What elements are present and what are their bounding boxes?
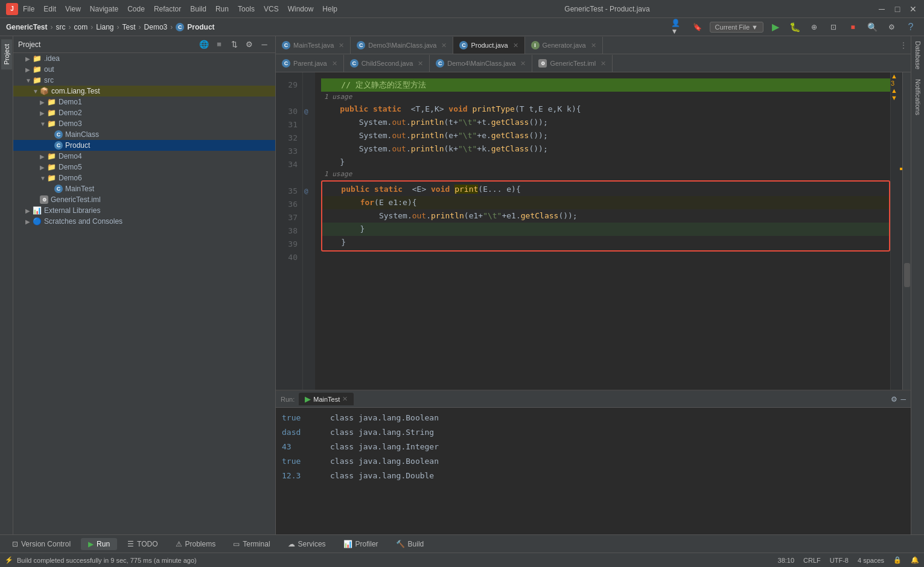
- stop-button[interactable]: ■: [846, 20, 860, 34]
- menu-tools[interactable]: Tools: [238, 5, 255, 13]
- bottom-minimize-icon[interactable]: ─: [900, 395, 906, 404]
- menu-vcs[interactable]: VCS: [264, 5, 279, 13]
- toolbar-tab-services[interactable]: ☁ Services: [281, 538, 333, 550]
- search-icon[interactable]: 🔍: [865, 20, 879, 34]
- git-icon[interactable]: 🔒: [893, 556, 902, 564]
- toolbar-tab-problems[interactable]: ⚠ Problems: [168, 538, 223, 550]
- breadcrumb-demo3[interactable]: Demo3: [144, 23, 168, 31]
- tab-close-generictest-iml[interactable]: ✕: [601, 60, 606, 68]
- tree-item-demo4[interactable]: ▶ 📁 Demo4: [13, 151, 275, 162]
- menu-edit[interactable]: Edit: [43, 5, 56, 13]
- toolbar-tab-terminal[interactable]: ▭ Terminal: [226, 538, 277, 550]
- profile-icon[interactable]: 👤▼: [671, 20, 686, 34]
- menu-code[interactable]: Code: [127, 5, 145, 13]
- tab-close-maintest[interactable]: ✕: [339, 42, 344, 49]
- tab-generictest-iml[interactable]: ⚙ GenericTest.iml ✕: [532, 55, 613, 72]
- breadcrumb-com[interactable]: com: [74, 23, 88, 31]
- debug-button[interactable]: 🐛: [788, 20, 802, 34]
- notification-icon[interactable]: 🔔: [911, 556, 919, 564]
- menu-run[interactable]: Run: [215, 5, 229, 13]
- minimize-button[interactable]: ─: [877, 4, 887, 14]
- toolbar-tab-run[interactable]: ▶ Run: [81, 538, 117, 550]
- tree-item-generictest-iml[interactable]: ⚙ GenericTest.iml: [13, 194, 275, 205]
- code-editor[interactable]: 29 — 30 31 32 33 34 — 35 36 37 38 39 40 …: [276, 72, 911, 390]
- menu-refactor[interactable]: Refactor: [154, 5, 181, 13]
- menu-bar[interactable]: File Edit View Navigate Code Refactor Bu…: [23, 5, 337, 13]
- tab-close-generator[interactable]: ✕: [591, 42, 596, 49]
- project-icon-list[interactable]: ≡: [213, 39, 225, 51]
- tree-item-idea[interactable]: ▶ 📁 .idea: [13, 53, 275, 64]
- window-controls[interactable]: ─ □ ✕: [877, 4, 918, 14]
- file-encoding[interactable]: UTF-8: [830, 557, 849, 564]
- tab-close-childsecond[interactable]: ✕: [418, 60, 423, 68]
- tab-demo3-mainclass[interactable]: C Demo3\MainClass.java ✕: [351, 37, 453, 54]
- project-name[interactable]: GenericTest: [6, 23, 47, 31]
- tree-item-demo3[interactable]: ▼ 📁 Demo3: [13, 118, 275, 129]
- scrollbar-thumb[interactable]: [904, 263, 910, 287]
- bottom-tab-close[interactable]: ✕: [342, 395, 348, 403]
- project-icon-globe[interactable]: 🌐: [198, 39, 210, 51]
- toolbar-tab-todo[interactable]: ☰ TODO: [120, 538, 165, 550]
- profile-run-button[interactable]: ⊡: [826, 20, 841, 34]
- tree-item-demo5[interactable]: ▶ 📁 Demo5: [13, 162, 275, 173]
- menu-window[interactable]: Window: [288, 5, 314, 13]
- toolbar-tab-version-control[interactable]: ⊡ Version Control: [5, 538, 78, 550]
- tab-maintest-java[interactable]: C MainTest.java ✕: [276, 37, 351, 54]
- tab-close-product[interactable]: ✕: [513, 42, 518, 49]
- arrow-demo3: ▼: [40, 121, 47, 127]
- tree-item-src[interactable]: ▼ 📁 src: [13, 75, 275, 86]
- menu-build[interactable]: Build: [190, 5, 206, 13]
- tree-item-demo2[interactable]: ▶ 📁 Demo2: [13, 107, 275, 118]
- restore-button[interactable]: □: [893, 4, 902, 14]
- help-icon[interactable]: ?: [903, 20, 918, 34]
- project-icon-minimize[interactable]: ─: [258, 39, 270, 51]
- indent-setting[interactable]: 4 spaces: [858, 557, 884, 564]
- tab-childsecond[interactable]: C ChildSecond.java ✕: [344, 55, 430, 72]
- tree-item-mainclass[interactable]: C MainClass: [13, 129, 275, 140]
- menu-navigate[interactable]: Navigate: [90, 5, 118, 13]
- tree-item-product[interactable]: C Product: [13, 140, 275, 151]
- tree-item-com-liang-test[interactable]: ▼ 📦 com.Liang.Test: [13, 86, 275, 97]
- run-button[interactable]: ▶: [768, 20, 783, 34]
- tab-more-button[interactable]: ⋮: [896, 37, 911, 54]
- breadcrumb-src[interactable]: src: [56, 23, 65, 31]
- vertical-scrollbar[interactable]: [902, 72, 911, 390]
- toolbar-tab-profiler[interactable]: 📊 Profiler: [336, 538, 386, 550]
- bottom-tab-maintest[interactable]: ▶ MainTest ✕: [299, 393, 354, 405]
- tab-demo4-mainclass[interactable]: C Demo4\MainClass.java ✕: [430, 55, 532, 72]
- tree-item-maintest[interactable]: C MainTest: [13, 183, 275, 194]
- tree-item-ext-libs[interactable]: ▶ 📊 External Libraries: [13, 205, 275, 216]
- tab-close-demo3mainclass[interactable]: ✕: [441, 42, 447, 49]
- tree-item-demo1[interactable]: ▶ 📁 Demo1: [13, 97, 275, 107]
- code-content[interactable]: // 定义静态的泛型方法 1 usage public static <T,E,…: [315, 72, 890, 390]
- project-icon-sort[interactable]: ⇅: [228, 39, 240, 51]
- line-separator[interactable]: CRLF: [803, 557, 821, 564]
- bottom-settings-icon[interactable]: ⚙: [891, 395, 897, 404]
- toolbar-tab-build[interactable]: 🔨 Build: [389, 538, 432, 550]
- menu-help[interactable]: Help: [322, 5, 337, 13]
- breadcrumb-product[interactable]: Product: [187, 23, 214, 31]
- bookmark-icon[interactable]: 🔖: [690, 20, 705, 34]
- breadcrumb-liang[interactable]: Liang: [96, 23, 113, 31]
- sidebar-tab-project[interactable]: Project: [1, 39, 12, 69]
- menu-file[interactable]: File: [23, 5, 34, 13]
- tab-product-java[interactable]: C Product.java ✕: [453, 37, 524, 54]
- tab-parent-java[interactable]: C Parent.java ✕: [276, 55, 344, 72]
- coverage-button[interactable]: ⊕: [807, 20, 821, 34]
- problems-icon: ⚠: [176, 540, 182, 548]
- right-tab-database[interactable]: Database: [913, 36, 923, 74]
- close-button[interactable]: ✕: [908, 4, 918, 14]
- tab-close-parent[interactable]: ✕: [332, 60, 337, 68]
- tree-item-out[interactable]: ▶ 📁 out: [13, 64, 275, 75]
- menu-view[interactable]: View: [65, 5, 81, 13]
- breadcrumb-test[interactable]: Test: [123, 23, 136, 31]
- tab-close-demo4mainclass[interactable]: ✕: [520, 60, 526, 68]
- tab-generator-java[interactable]: I Generator.java ✕: [525, 37, 603, 54]
- right-tab-notifications[interactable]: Notifications: [913, 74, 923, 120]
- project-icon-settings[interactable]: ⚙: [243, 39, 255, 51]
- run-config-dropdown[interactable]: Current File ▼: [710, 22, 763, 33]
- tree-item-scratches[interactable]: ▶ 🔵 Scratches and Consoles: [13, 216, 275, 227]
- tree-item-demo6[interactable]: ▼ 📁 Demo6: [13, 173, 275, 183]
- cursor-position[interactable]: 38:10: [778, 557, 795, 564]
- settings-icon[interactable]: ⚙: [884, 20, 899, 34]
